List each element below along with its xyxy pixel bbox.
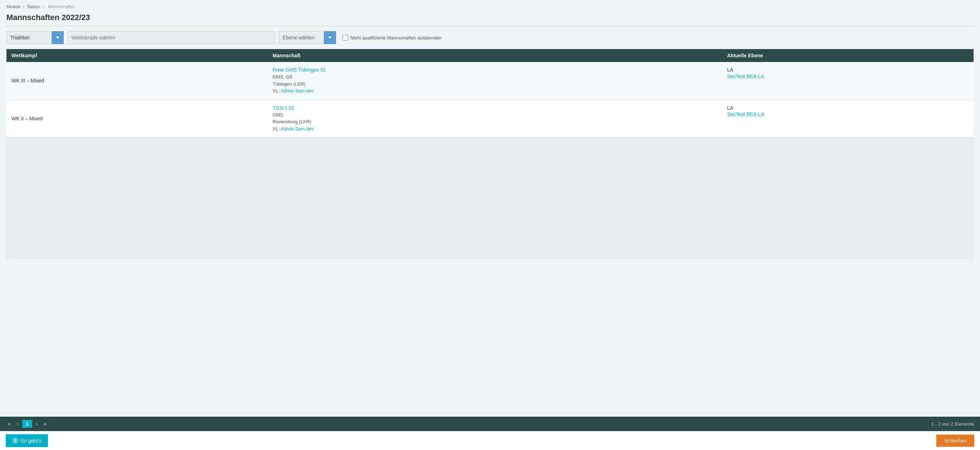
team-vl-link-1[interactable]: Admin Sam-dev	[280, 88, 313, 94]
ebene-level-2: LA	[727, 105, 969, 111]
ebene-select-wrapper: Ebene wählen	[279, 31, 336, 44]
chevron-down-icon	[56, 37, 59, 39]
table-empty-area	[6, 138, 974, 259]
team-name-link-1[interactable]: Freie GMS Tübingen 01	[272, 67, 717, 73]
hide-unqualified-checkbox[interactable]	[342, 35, 348, 40]
col-header-wettkampf: Wettkampf	[6, 49, 267, 62]
mannschaft-cell-1: Freie GMS Tübingen 01 GMS, GS Tübingen (…	[267, 62, 722, 100]
col-header-aktuelle-ebene: Aktuelle Ebene	[722, 49, 974, 62]
so-gehts-label: So geht's	[21, 438, 41, 444]
pagination-controls: « ‹ 1 › »	[6, 420, 49, 428]
wettkampf-cell-1: WK III – Mixed	[6, 62, 267, 100]
ebene-cell-1: LA SecTest BEA-LA	[722, 62, 974, 100]
ebene-link-2[interactable]: SecTest BEA-LA	[727, 111, 969, 117]
team-vl-link-2[interactable]: Admin Sam-dev	[280, 126, 313, 132]
col-header-mannschaft: Mannschaft	[267, 49, 722, 62]
pagination-next-button[interactable]: ›	[34, 420, 40, 428]
team-details-1: GMS, GS Tübingen (LKR) VL: Admin Sam-dev	[272, 73, 717, 95]
sport-select-wrapper: Triathlon	[6, 31, 64, 44]
ebene-cell-2: LA SecTest BEA-LA	[722, 100, 974, 138]
breadcrumb-current: Mannschaften	[48, 4, 75, 9]
schliessen-button[interactable]: Schließen	[936, 434, 974, 447]
table-row: WK II – Mixed TGS-1 01 GMS Ravensburg (L…	[6, 100, 974, 138]
table-header: Wettkampf Mannschaft Aktuelle Ebene	[6, 49, 974, 62]
wettkampf-cell-2: WK II – Mixed	[6, 100, 267, 138]
team-vl-label-2: VL:	[272, 126, 280, 132]
table: Wettkampf Mannschaft Aktuelle Ebene WK I…	[6, 49, 974, 259]
pagination-prev-button[interactable]: ‹	[15, 420, 21, 428]
so-gehts-button[interactable]: i So geht's	[6, 434, 48, 447]
filter-bar: Triathlon Ebene wählen Nicht qualifizier…	[6, 31, 974, 44]
ebene-level-1: LA	[727, 67, 969, 73]
breadcrumb-module[interactable]: Module	[6, 4, 21, 9]
team-name-link-2[interactable]: TGS-1 01	[272, 105, 717, 111]
table-row: WK III – Mixed Freie GMS Tübingen 01 GMS…	[6, 62, 974, 100]
sport-dropdown-button[interactable]	[52, 31, 64, 44]
mannschaft-cell-2: TGS-1 01 GMS Ravensburg (LKR) VL: Admin …	[267, 100, 722, 138]
wettkampf-search-input[interactable]	[67, 31, 275, 44]
pagination-last-button[interactable]: »	[41, 420, 49, 428]
chevron-down-icon	[328, 37, 332, 39]
team-details-2: GMS Ravensburg (LKR) VL: Admin Sam-dev	[272, 111, 717, 132]
hide-unqualified-label: Nicht qualifizierte Mannschaften ausblen…	[350, 35, 442, 40]
pagination-page-1-button[interactable]: 1	[22, 420, 32, 428]
team-vl-label-1: VL:	[272, 88, 280, 94]
info-icon: i	[12, 437, 19, 444]
pagination-first-button[interactable]: «	[6, 420, 13, 428]
ebene-link-1[interactable]: SecTest BEA-LA	[727, 73, 969, 79]
team-type-2: GMS	[272, 112, 283, 118]
breadcrumb: Module / Saison / Mannschaften	[6, 4, 974, 9]
pagination-info: 1 - 2 von 2 Elemente	[931, 421, 974, 427]
page-title: Mannschaften 2022/23	[6, 13, 974, 26]
team-location-2: Ravensburg (LKR)	[272, 119, 311, 124]
footer-bar: i So geht's Schließen	[0, 431, 980, 450]
hide-unqualified-wrapper: Nicht qualifizierte Mannschaften ausblen…	[342, 35, 442, 40]
pagination-bar: « ‹ 1 › » 1 - 2 von 2 Elemente	[0, 417, 980, 431]
ebene-dropdown-button[interactable]	[324, 31, 336, 44]
breadcrumb-saison[interactable]: Saison	[27, 4, 40, 9]
team-type-1: GMS, GS	[272, 74, 293, 80]
team-location-1: Tübingen (LKR)	[272, 81, 305, 87]
